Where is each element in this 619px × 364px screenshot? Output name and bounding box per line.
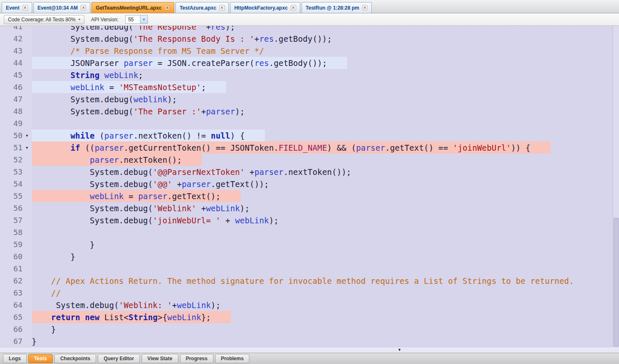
close-icon[interactable]: × [81, 5, 86, 10]
code-token: + [206, 26, 211, 31]
line-gutter: 66 [0, 323, 32, 335]
editor-tab[interactable]: Event× [2, 2, 32, 13]
vertical-scrollbar[interactable] [613, 26, 619, 347]
fold-arrow-icon[interactable]: ▾ [23, 145, 31, 150]
line-number: 67 [0, 337, 23, 346]
chevron-down-icon: ▾ [79, 18, 80, 21]
code-text[interactable]: /* Parse Response from MS Team Server */ [32, 45, 264, 57]
code-token: parser [104, 131, 134, 140]
code-token [99, 71, 104, 80]
code-token: webLink [177, 301, 211, 310]
code-text[interactable]: } [32, 238, 95, 250]
code-text[interactable]: String webLink; [32, 69, 143, 81]
line-gutter: 62 [0, 275, 32, 287]
code-text[interactable]: System.debug('The Response '+res); [32, 26, 235, 33]
editor-tab-label: TestAzure.apxc [180, 5, 216, 11]
code-text[interactable]: System.debug('@@ParserNextToken' +parser… [32, 166, 351, 178]
code-token: >{ [157, 313, 167, 322]
panel-splitter[interactable]: ▼ [0, 347, 619, 353]
code-text[interactable]: } [32, 323, 56, 335]
code-text[interactable]: System.debug('joinWebUrl= ' + webLink); [32, 214, 279, 226]
code-token: 'Weblink' [153, 204, 196, 213]
code-token [32, 192, 90, 201]
fold-arrow-icon[interactable]: ▾ [23, 133, 31, 138]
line-number: 66 [0, 325, 23, 334]
close-icon[interactable]: × [291, 5, 296, 10]
code-text[interactable]: System.debug(weblink); [32, 93, 177, 105]
code-cell: /* Parse Response from MS Team Server */ [32, 45, 619, 57]
panel-tab-label: Progress [186, 356, 208, 361]
code-line: 46 webLink = 'MSTeamsNotSetup'; [0, 81, 619, 93]
code-token: res [254, 58, 269, 68]
splitter-collapse-icon[interactable]: ▼ [398, 347, 401, 353]
code-token: parser [254, 167, 284, 177]
panel-tab[interactable]: Checkpoints [54, 354, 96, 363]
code-cell: // Apex Actions Return. The method signa… [32, 275, 619, 287]
line-gutter: 46 [0, 81, 32, 93]
scrollbar-thumb[interactable] [614, 218, 619, 346]
code-token: System.debug( [32, 204, 153, 213]
code-text[interactable]: parser.nextToken(); [32, 154, 202, 166]
code-text[interactable]: } [32, 335, 37, 347]
editor-tab-label: Event [6, 5, 20, 11]
code-text[interactable]: webLink = 'MSTeamsNotSetup'; [32, 81, 226, 93]
editor-tab[interactable]: HttpMockFactory.apxc× [230, 2, 300, 13]
close-icon[interactable]: × [219, 5, 225, 10]
panel-tab[interactable]: Logs [3, 354, 27, 363]
editor-tab[interactable]: TestRun @ 1:28:28 pm× [302, 2, 372, 13]
code-cell: String webLink; [32, 69, 619, 81]
panel-tab[interactable]: Problems [215, 354, 250, 363]
code-token: parser [206, 107, 235, 116]
editor-tab[interactable]: Event@10:34 AM× [33, 2, 91, 13]
editor-tab[interactable]: GetTeamsMeetingURL.apxc× [91, 2, 174, 13]
close-icon[interactable]: × [23, 5, 28, 10]
line-number: 47 [0, 95, 23, 104]
code-token: parser [124, 58, 153, 68]
api-version-select[interactable]: 55 ▾ [125, 15, 148, 24]
code-text[interactable]: webLink = parser.getText(); [32, 190, 241, 202]
line-gutter: 47 [0, 93, 32, 105]
panel-tab[interactable]: View State [142, 354, 178, 363]
panel-tab[interactable]: Query Editor [98, 354, 140, 363]
code-text[interactable]: System.debug('Weblink' +webLink); [32, 202, 250, 214]
code-token: parser [90, 155, 119, 164]
code-text[interactable]: } [32, 250, 75, 263]
code-line: 44 JSONParser parser = JSON.createParser… [0, 57, 619, 69]
code-token: ); [235, 107, 245, 116]
code-text[interactable]: System.debug('Weblink: '+webLink); [32, 299, 221, 311]
line-gutter: 61 [0, 263, 32, 275]
code-editor[interactable]: 41 System.debug('The Response '+res);42 … [0, 26, 619, 347]
code-coverage-dropdown[interactable]: Code Coverage: All Tests 80% ▾ [4, 15, 84, 24]
code-line: 58 [0, 226, 619, 238]
line-number: 52 [0, 155, 23, 164]
editor-tab-label: HttpMockFactory.apxc [234, 5, 288, 11]
code-text[interactable]: // Apex Actions Return. The method signa… [32, 275, 574, 287]
code-token [32, 276, 51, 286]
code-text[interactable]: return new List<String>{webLink}; [32, 311, 231, 323]
code-token: '@@ParserNextToken' [153, 167, 245, 177]
code-text[interactable]: JSONParser parser = JSON.createParser(re… [32, 57, 347, 69]
code-token: parser [95, 143, 124, 152]
close-icon[interactable]: × [165, 5, 170, 10]
line-gutter: 55 [0, 190, 32, 202]
close-icon[interactable]: × [362, 5, 368, 10]
code-cell: return new List<String>{webLink}; [32, 311, 619, 323]
panel-tab[interactable]: Progress [180, 354, 213, 363]
line-number: 48 [0, 107, 23, 116]
code-lines: 41 System.debug('The Response '+res);42 … [0, 26, 619, 347]
code-token: } [32, 337, 37, 346]
code-text[interactable]: System.debug('The Response Body Is : '+r… [32, 33, 332, 45]
code-text[interactable]: System.debug('The Parser :'+parser); [32, 105, 245, 117]
code-text[interactable]: while (parser.nextToken() != null) { [32, 129, 265, 142]
code-text[interactable]: // [32, 287, 61, 299]
editor-tab[interactable]: TestAzure.apxc× [175, 2, 229, 13]
panel-tab[interactable]: Tests [28, 354, 53, 363]
code-text[interactable]: System.debug('@@' +parser.getText()); [32, 178, 269, 190]
code-line: 60 } [0, 250, 619, 263]
code-line: 53 System.debug('@@ParserNextToken' +par… [0, 166, 619, 178]
code-token: /* Parse Response from MS Team Server */ [71, 46, 264, 56]
code-text[interactable]: if ((parser.getCurrentToken() == JSONTok… [32, 142, 551, 154]
code-cell: webLink = 'MSTeamsNotSetup'; [32, 81, 619, 93]
code-cell: parser.nextToken(); [32, 154, 619, 166]
code-line: 50▾ while (parser.nextToken() != null) { [0, 129, 619, 142]
